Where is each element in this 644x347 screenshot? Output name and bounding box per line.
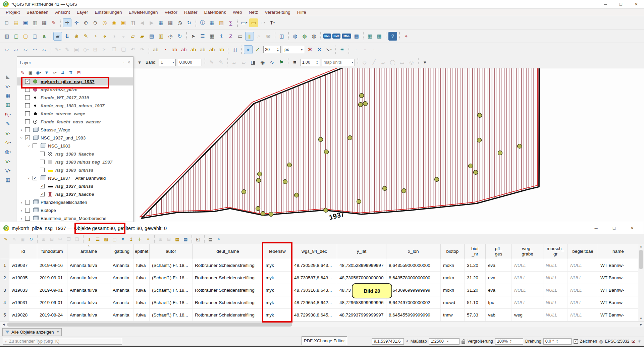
add-feature-icon[interactable]: ⊞	[40, 235, 47, 243]
filter-form-icon[interactable]: ▼	[119, 235, 127, 243]
table-cell[interactable]: 51.10	[465, 296, 486, 308]
map-units-select[interactable]: map units▾	[322, 59, 355, 66]
processing-toolbox-icon[interactable]: ✳	[217, 32, 226, 41]
table-cell[interactable]: myk	[263, 296, 292, 308]
grid-tool-icon[interactable]: ▦	[366, 32, 374, 41]
layer-checkbox[interactable]	[25, 87, 30, 92]
save-edits-icon[interactable]: ▣	[19, 235, 26, 243]
table-cell[interactable]: w19035	[9, 272, 37, 284]
table-cell[interactable]: NULL	[512, 284, 543, 296]
reload-table-icon[interactable]: ↻	[27, 235, 35, 243]
layer-label[interactable]: Biotope	[41, 208, 56, 213]
table-cell[interactable]: vab	[486, 309, 512, 321]
table-cell[interactable]: (Schaeff.) Fr. 18...	[150, 284, 193, 296]
map-feature-dot[interactable]	[242, 190, 246, 194]
layer-checkbox[interactable]: ✓	[40, 184, 45, 188]
map-feature-dot[interactable]	[324, 208, 328, 213]
table-cell[interactable]: NULL	[568, 259, 598, 271]
table-cell[interactable]: fpc	[486, 296, 512, 308]
layer-checkbox[interactable]	[25, 200, 30, 205]
geometry-poly-icon[interactable]: ▱	[379, 58, 388, 67]
layer-label[interactable]: Funde_WT_2017_2019	[41, 95, 89, 100]
table-cell[interactable]: WT Bannw-	[598, 309, 639, 321]
table-cell[interactable]: Amanita fulva	[67, 272, 110, 284]
copy-icon[interactable]: ❐	[65, 235, 72, 243]
table-cell[interactable]: 48,729937999999997	[337, 309, 386, 321]
wms-globe-icon[interactable]: ◍	[300, 32, 309, 41]
table-cell[interactable]: Amanita	[110, 284, 134, 296]
layer-labeling-icon[interactable]: ab	[151, 45, 160, 54]
highlight-labels-icon[interactable]: ab	[179, 45, 188, 54]
horizontal-scrollbar[interactable]: ◄ ►	[0, 321, 644, 327]
reshape-features-icon[interactable]: ▰	[138, 32, 147, 41]
layer-item-nsg-1983-flaeche[interactable]: nsg_1983_flaeche	[17, 150, 133, 158]
statistical-summary-icon[interactable]: ∑	[226, 18, 235, 27]
scroll-up-icon[interactable]: ▲	[638, 244, 644, 249]
save-edits-icon[interactable]: ▣	[72, 45, 81, 54]
minimize-button[interactable]: ─	[598, 0, 613, 8]
table-cell[interactable]: w19028	[9, 309, 37, 321]
clear-symbol-icon[interactable]: ✕	[315, 45, 324, 54]
scroll-down-icon[interactable]: ▼	[638, 316, 644, 321]
move-selection-top-icon[interactable]: ↥	[127, 235, 135, 243]
vertex-tool-icon[interactable]: ◇▾	[82, 45, 90, 54]
table-cell[interactable]: Rotbrauner Scheidenstreifling	[193, 296, 263, 308]
table-cell[interactable]: NULL	[543, 272, 568, 284]
vscroll-thumb[interactable]	[639, 250, 643, 269]
column-header-autor[interactable]: autor	[150, 244, 193, 259]
band-toolbar-caret-icon[interactable]: ▾	[135, 58, 144, 67]
delete-ring-icon[interactable]: ◒	[119, 32, 128, 41]
chevron-down-icon[interactable]: ›	[19, 135, 24, 140]
rotation-spin[interactable]: 0,0 °▲▼	[543, 338, 572, 345]
collapse-all-icon[interactable]: ⇈	[67, 69, 74, 76]
layer-label[interactable]: NSG_1937 = Alter Bannwald	[48, 176, 106, 181]
geometry-buffer-icon[interactable]: ◎	[407, 58, 416, 67]
menu-ansicht[interactable]: Ansicht	[52, 9, 73, 15]
menu-raster[interactable]: Raster	[181, 9, 201, 15]
rotate-feature-icon[interactable]: ⊕	[72, 32, 81, 41]
table-cell[interactable]: NULL	[568, 272, 598, 284]
column-header-begleitbae[interactable]: begleitbae	[568, 244, 598, 259]
layer-label[interactable]: nsg_1937_umriss	[55, 184, 93, 189]
column-header-biot_nr[interactable]: biot _nr	[465, 244, 486, 259]
fill-ring-icon[interactable]: ◑	[110, 32, 118, 41]
kmz-export-icon[interactable]: KMZ	[332, 34, 340, 39]
layer-item-nsg-1937-und-1983[interactable]: ›✓NSG_1937_und_1983	[17, 134, 133, 142]
cut-icon[interactable]: ✂	[56, 235, 64, 243]
chevron-right-icon[interactable]: ›	[19, 127, 24, 132]
table-cell[interactable]: 48.730316,8.643...	[292, 284, 337, 296]
zoom-to-layer-icon[interactable]: ▣	[119, 18, 128, 27]
log-messages-icon[interactable]: ✉	[632, 339, 636, 344]
vector-misc-tool-icon[interactable]: V▾	[4, 166, 12, 175]
chevron-right-icon[interactable]: ›	[19, 208, 24, 213]
geometry-line-icon[interactable]: ╱	[370, 58, 378, 67]
column-header-weg_grabe[interactable]: weg_ grabe	[512, 244, 543, 259]
table-cell[interactable]: Amanita	[110, 296, 134, 308]
menu-erweiterungen[interactable]: Erweiterungen	[125, 9, 161, 15]
table-cell[interactable]: mowd	[441, 296, 465, 308]
table-cell[interactable]: fulva	[134, 309, 150, 321]
table-cell[interactable]: (Schaeff.) Fr. 18...	[150, 272, 193, 284]
table-cell[interactable]: Amanita	[110, 272, 134, 284]
scroll-left-icon[interactable]: ◄	[1, 322, 6, 327]
new-print-layout-icon[interactable]: ▥	[31, 18, 39, 27]
table-cell[interactable]: 31.20	[465, 272, 486, 284]
map-feature-dot[interactable]	[435, 177, 439, 182]
web-globe-icon[interactable]: ◍▾	[4, 148, 12, 156]
table-cell[interactable]: 48,730528999999997	[337, 259, 386, 271]
layer-item-mykorrhiza-pilze[interactable]: mykorrhiza_pilze	[17, 85, 133, 94]
map-feature-dot[interactable]	[359, 103, 363, 107]
table-cell[interactable]: NULL	[543, 296, 568, 308]
chevron-right-icon[interactable]: ›	[19, 216, 24, 221]
band-select[interactable]: 1▾	[159, 59, 176, 66]
arrow-tool-icon[interactable]: ↘▾	[324, 45, 333, 54]
edit-history-icon[interactable]: ◷	[166, 32, 175, 41]
layer-item-mykorrh-pilze-nsg-1937[interactable]: ✓mykorrh_pilze_nsg_1937	[17, 77, 133, 85]
table-cell[interactable]: Rotbrauner Scheidenstreifling	[193, 284, 263, 296]
zoom-next-icon[interactable]: ▶	[147, 18, 156, 27]
layer-label[interactable]: Funde_feucht_nass_wasser	[41, 119, 101, 124]
html-export-icon[interactable]: HTML	[342, 34, 351, 39]
coordinate-capture-icon[interactable]: ⌖	[406, 339, 408, 344]
lock-scale-icon[interactable]	[462, 341, 465, 344]
layer-label[interactable]: nsg_1983 minus nsg_1937	[55, 160, 112, 165]
